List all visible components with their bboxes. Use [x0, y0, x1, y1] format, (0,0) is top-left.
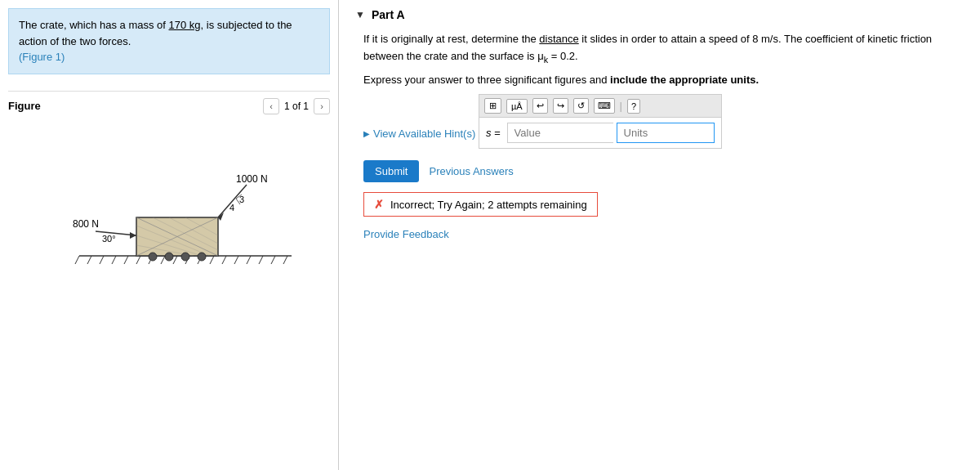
svg-line-14: [234, 256, 238, 264]
svg-line-6: [136, 256, 140, 264]
problem-statement: The crate, which has a mass of 170 kg, i…: [8, 8, 330, 74]
svg-point-31: [198, 253, 206, 261]
refresh-btn[interactable]: ↺: [573, 98, 589, 114]
figure-header: Figure ‹ 1 of 1 ›: [8, 91, 330, 121]
redo-icon: ↪: [557, 101, 564, 110]
svg-line-5: [124, 256, 128, 264]
force2-label: 1000 N: [236, 173, 268, 185]
figure-canvas: 800 N 30° 1000 N 3 4: [30, 129, 308, 293]
ratio-4: 4: [229, 203, 234, 213]
svg-line-16: [259, 256, 263, 264]
svg-line-9: [173, 256, 177, 264]
figure-nav: ‹ 1 of 1 ›: [263, 98, 330, 114]
svg-line-8: [161, 256, 165, 264]
svg-line-17: [271, 256, 275, 264]
part-content: If it is originally at rest, determine t…: [355, 31, 964, 240]
force1-label: 800 N: [73, 218, 99, 230]
error-message: Incorrect; Try Again; 2 attempts remaini…: [390, 199, 587, 211]
page-info: 1 of 1: [284, 101, 309, 112]
keyboard-icon: ⌨: [598, 101, 611, 110]
prev-answers-link[interactable]: Previous Answers: [429, 165, 513, 177]
refresh-icon: ↺: [577, 101, 585, 110]
hint-link[interactable]: View Available Hint(s): [363, 128, 475, 140]
part-description: If it is originally at rest, determine t…: [363, 31, 964, 67]
feedback-link[interactable]: Provide Feedback: [363, 228, 449, 240]
svg-line-1: [75, 256, 79, 264]
undo-btn[interactable]: ↩: [532, 98, 548, 114]
svg-line-4: [112, 256, 116, 264]
figure-title: Figure: [8, 100, 41, 112]
problem-text: The crate, which has a mass of 170 kg, i…: [19, 19, 292, 47]
format-icon: µÂ: [511, 101, 523, 111]
feedback-section: Provide Feedback: [363, 228, 964, 240]
input-row: s =: [479, 118, 721, 148]
svg-line-15: [247, 256, 251, 264]
left-panel: The crate, which has a mass of 170 kg, i…: [0, 0, 339, 470]
help-btn[interactable]: ?: [627, 99, 640, 114]
svg-point-29: [165, 253, 173, 261]
right-panel: ▼ Part A If it is originally at rest, de…: [339, 0, 980, 470]
toolbar-sep: |: [620, 100, 622, 112]
svg-point-30: [181, 253, 189, 261]
answer-box: ⊞ µÂ ↩ ↪ ↺ ⌨ | ?: [479, 94, 722, 149]
figure-svg: 800 N 30° 1000 N 3 4: [30, 129, 308, 293]
units-input[interactable]: [617, 123, 715, 143]
part-header: ▼ Part A: [355, 8, 964, 21]
matrix-btn[interactable]: ⊞: [484, 98, 501, 114]
part-label: Part A: [372, 8, 405, 21]
express-bold: include the appropriate units.: [610, 74, 759, 86]
submit-btn[interactable]: Submit: [363, 160, 419, 182]
express-line: Express your answer to three significant…: [363, 72, 964, 88]
collapse-arrow-icon[interactable]: ▼: [355, 9, 365, 20]
svg-point-28: [149, 253, 157, 261]
input-label: s =: [486, 127, 501, 139]
help-icon: ?: [631, 101, 636, 111]
value-input[interactable]: [507, 123, 613, 143]
error-box: ✗ Incorrect; Try Again; 2 attempts remai…: [363, 192, 598, 217]
toolbar: ⊞ µÂ ↩ ↪ ↺ ⌨ | ?: [479, 95, 721, 118]
distance-word: distance: [539, 33, 578, 45]
format-btn[interactable]: µÂ: [506, 99, 528, 114]
figure-ref-link[interactable]: (Figure 1): [19, 51, 65, 63]
svg-line-3: [100, 256, 104, 264]
next-figure-btn[interactable]: ›: [314, 98, 330, 114]
angle-label: 30°: [102, 234, 116, 244]
error-icon: ✗: [374, 198, 384, 211]
prev-figure-btn[interactable]: ‹: [263, 98, 279, 114]
matrix-icon: ⊞: [489, 101, 497, 111]
figure-section: Figure ‹ 1 of 1 ›: [0, 83, 338, 471]
svg-marker-33: [130, 232, 136, 239]
undo-icon: ↩: [537, 101, 544, 110]
submit-row: Submit Previous Answers: [363, 160, 964, 182]
redo-btn[interactable]: ↪: [553, 98, 568, 114]
svg-line-13: [222, 256, 226, 264]
keyboard-btn[interactable]: ⌨: [594, 98, 615, 114]
svg-line-12: [210, 256, 214, 264]
svg-line-2: [87, 256, 91, 264]
svg-line-18: [283, 256, 287, 264]
